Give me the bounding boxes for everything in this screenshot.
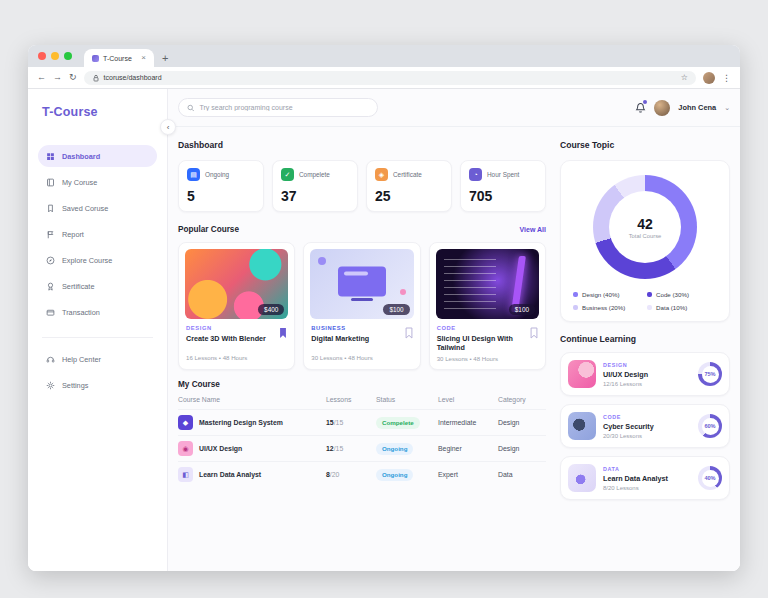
browser-profile-avatar[interactable] — [703, 72, 715, 84]
view-all-link[interactable]: View All — [520, 226, 546, 233]
sidebar-collapse-button[interactable]: ‹ — [160, 119, 176, 135]
legend-code: Code (30%) — [647, 291, 717, 298]
certificate-icon: ◈ — [375, 168, 388, 181]
table-row[interactable]: ◆Mastering Design System 15/15 Compelete… — [178, 409, 546, 435]
sidebar-item-report[interactable]: Report — [38, 223, 157, 245]
course-name: Mastering Design System — [199, 419, 283, 426]
sidebar-item-label: My Coruse — [62, 178, 97, 187]
browser-menu-icon[interactable]: ⋮ — [722, 73, 731, 83]
course-name: UI/UX Design — [199, 445, 242, 452]
search-bar[interactable] — [178, 98, 378, 117]
maximize-window-button[interactable] — [64, 52, 72, 60]
lessons-done: 15 — [326, 419, 334, 426]
course-lessons: 12/16 Lessons — [603, 381, 648, 387]
price-badge: $400 — [258, 304, 284, 315]
notification-dot — [643, 100, 647, 104]
progress-label: 40% — [702, 470, 719, 487]
sidebar-item-label: Saved Coruse — [62, 204, 108, 213]
course-title: Digital Marketing — [311, 334, 412, 351]
tab-favicon — [92, 55, 99, 62]
tab-title: T-Course — [103, 55, 132, 62]
col-status: Status — [376, 396, 438, 403]
sidebar-item-certificate[interactable]: Sertificate — [38, 275, 157, 297]
url-text: tcoruse/dashboard — [104, 74, 162, 81]
new-tab-button[interactable]: + — [162, 52, 168, 67]
bookmark-outline-icon[interactable] — [529, 327, 539, 339]
bookmark-star-icon[interactable]: ☆ — [681, 73, 688, 82]
sidebar-item-settings[interactable]: Settings — [38, 374, 157, 396]
status-badge: Ongoing — [376, 443, 413, 455]
sidebar-item-transaction[interactable]: Transaction — [38, 301, 157, 323]
total-course-value: 42 — [637, 216, 653, 232]
continue-card-data-analyst[interactable]: DATA Learn Data Analyst 8/20 Lessons 40% — [560, 456, 730, 500]
course-title: Create 3D With Blender — [186, 334, 287, 351]
course-level: Expert — [438, 471, 498, 478]
sidebar-item-help-center[interactable]: Help Center — [38, 348, 157, 370]
window-controls — [38, 45, 72, 67]
legend-design: Design (40%) — [573, 291, 643, 298]
sidebar-item-label: Help Center — [62, 355, 101, 364]
course-card-tailwind[interactable]: $100 CODE Slicing UI Design With Tailwin… — [429, 242, 546, 370]
continue-card-cyber-security[interactable]: CODE Cyber Security 20/30 Lessons 60% — [560, 404, 730, 448]
sidebar-item-saved-course[interactable]: Saved Coruse — [38, 197, 157, 219]
minimize-window-button[interactable] — [51, 52, 59, 60]
headset-icon — [46, 355, 55, 364]
app-logo[interactable]: T-Course — [28, 101, 167, 119]
table-row[interactable]: ◧Learn Data Analyst 8/20 Ongoing Expert … — [178, 461, 546, 487]
address-bar[interactable]: tcoruse/dashboard ☆ — [84, 71, 696, 85]
sidebar-item-explore-course[interactable]: Explore Course — [38, 249, 157, 271]
course-card-blender[interactable]: $400 DESIGN Create 3D With Blender 16 Le… — [178, 242, 295, 370]
stat-card-certificate: ◈Certificate 25 — [366, 160, 452, 212]
sidebar-item-my-course[interactable]: My Coruse — [38, 171, 157, 193]
donut-center: 42 Total Course — [609, 191, 681, 263]
tab-close-icon[interactable]: × — [141, 54, 146, 62]
legend-dot — [573, 305, 578, 310]
flag-icon — [46, 230, 55, 239]
reload-icon[interactable]: ↻ — [69, 73, 77, 82]
sidebar-item-label: Report — [62, 230, 84, 239]
course-category: Design — [498, 445, 546, 452]
bookmark-outline-icon[interactable] — [404, 327, 414, 339]
compass-icon — [46, 256, 55, 265]
notifications-button[interactable] — [635, 102, 646, 113]
popular-course-cards: $400 DESIGN Create 3D With Blender 16 Le… — [178, 242, 546, 370]
search-input[interactable] — [199, 104, 369, 111]
progress-ring: 40% — [698, 466, 722, 490]
course-category: Design — [498, 419, 546, 426]
course-category: Data — [498, 471, 546, 478]
course-image: $400 — [185, 249, 288, 319]
sidebar-item-label: Dashboard — [62, 152, 100, 161]
bookmark-filled-icon[interactable] — [278, 327, 288, 339]
sidebar-item-label: Transaction — [62, 308, 100, 317]
right-column: Course Topic 42 Total Course Design (40%… — [560, 137, 732, 571]
course-thumb — [568, 360, 596, 388]
credit-card-icon — [46, 308, 55, 317]
sidebar-divider — [42, 337, 153, 338]
stat-cards: ▤Ongoing 5 ✓Compelete 37 ◈Certificate 25 — [178, 160, 546, 212]
price-badge: $100 — [383, 304, 409, 315]
lessons-total: /20 — [330, 471, 340, 478]
continue-card-uiux[interactable]: DESIGN UI/UX Design 12/16 Lessons 75% — [560, 352, 730, 396]
stat-value: 5 — [187, 188, 255, 204]
stat-label: Certificate — [393, 171, 422, 178]
course-category: BUSINESS — [311, 325, 412, 331]
course-meta: 16 Lessons • 48 Hours — [186, 354, 287, 361]
chevron-down-icon[interactable]: ⌄ — [724, 104, 730, 112]
course-category: CODE — [603, 414, 654, 420]
popular-course-title: Popular Course — [178, 225, 239, 234]
course-title: UI/UX Design — [603, 370, 648, 379]
legend-dot — [573, 292, 578, 297]
legend-dot — [647, 305, 652, 310]
course-level: Beginer — [438, 445, 498, 452]
close-window-button[interactable] — [38, 52, 46, 60]
course-topic-title: Course Topic — [560, 140, 730, 150]
back-icon[interactable]: ← — [37, 73, 46, 82]
course-card-digital-marketing[interactable]: $100 BUSINESS Digital Marketing 30 Lesso… — [303, 242, 420, 370]
forward-icon[interactable]: → — [53, 73, 62, 82]
table-row[interactable]: ◉UI/UX Design 12/15 Ongoing Beginer Desi… — [178, 435, 546, 461]
sidebar-item-dashboard[interactable]: Dashboard — [38, 145, 157, 167]
user-avatar[interactable] — [654, 100, 670, 116]
browser-tab[interactable]: T-Course × — [84, 49, 154, 67]
course-category: DESIGN — [186, 325, 287, 331]
decor-screen — [338, 267, 386, 297]
